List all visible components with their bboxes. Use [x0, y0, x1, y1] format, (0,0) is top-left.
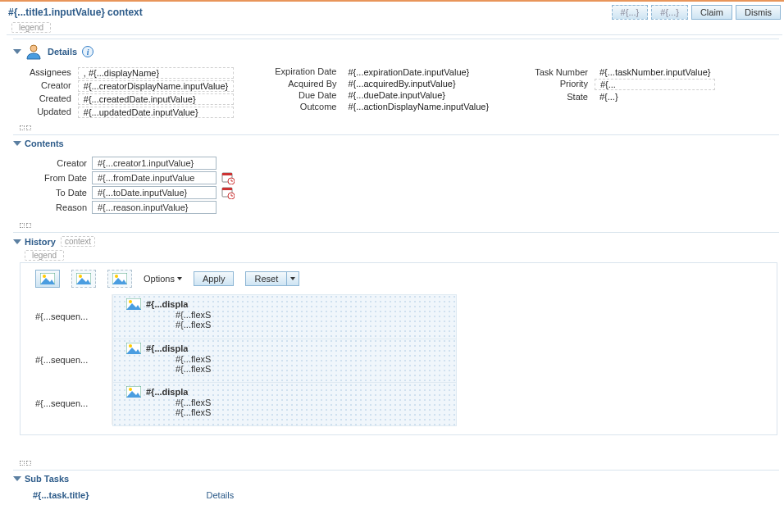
- history-panel: History context legend Options Apply Res…: [13, 232, 779, 435]
- priority-label: Priority: [535, 79, 588, 90]
- sequence-column: #{...sequen... #{...sequen... #{...seque…: [30, 294, 112, 426]
- state-label: State: [535, 92, 588, 102]
- apply-button[interactable]: Apply: [194, 271, 235, 286]
- svg-point-10: [79, 275, 82, 278]
- expiration-value: #{...expirationDate.inputValue}: [344, 67, 495, 77]
- subtask-row: #{...task.title} Details: [13, 489, 779, 500]
- collapse-icon[interactable]: [13, 239, 21, 244]
- svg-rect-5: [222, 188, 232, 190]
- claim-button[interactable]: Claim: [691, 5, 732, 20]
- details-panel: Details i Assignees , #{...displayName} …: [13, 39, 779, 123]
- contents-panel: Contents Creator From Date To Date Reaso…: [13, 134, 779, 221]
- fromdate-input[interactable]: [92, 171, 217, 184]
- sequence-cell: #{...sequen...: [30, 294, 112, 338]
- dismiss-button[interactable]: Dismis: [736, 5, 781, 20]
- tasknumber-value: #{...taskNumber.inputValue}: [595, 67, 716, 77]
- creator-label: Creator: [30, 80, 71, 92]
- svg-point-0: [30, 45, 37, 52]
- reset-button[interactable]: Reset: [245, 271, 286, 286]
- sequence-cell: #{...sequen...: [30, 338, 112, 381]
- contents-title: Contents: [25, 139, 64, 148]
- ghost-button-1[interactable]: #{...}: [612, 5, 649, 20]
- state-value: #{...}: [595, 92, 716, 102]
- history-header[interactable]: History context: [13, 233, 779, 248]
- svg-point-8: [43, 275, 46, 278]
- assignees-value: , #{...displayName}: [78, 67, 235, 79]
- fromdate-field-label: From Date: [30, 173, 87, 183]
- assignees-label: Assignees: [30, 67, 71, 79]
- details-link[interactable]: Details: [207, 490, 235, 500]
- history-body: #{...sequen... #{...sequen... #{...seque…: [21, 294, 777, 434]
- flex-line-2: #{...flexS: [126, 407, 266, 417]
- separator-2: [20, 222, 779, 229]
- picture-icon: [126, 386, 141, 398]
- flex-line-2: #{...flexS: [126, 364, 266, 374]
- details-title: Details: [48, 47, 77, 57]
- display-title: #{...displa: [146, 299, 188, 309]
- view-image-button-1[interactable]: [35, 270, 60, 288]
- task-title[interactable]: #{...task.title}: [33, 490, 89, 500]
- creator-input[interactable]: [92, 157, 217, 170]
- created-value: #{...createdDate.inputValue}: [78, 93, 235, 105]
- duedate-label: Due Date: [275, 90, 336, 100]
- header-bar: #{...title1.inputValue} context #{...} #…: [0, 2, 784, 20]
- svg-point-14: [129, 300, 132, 303]
- updated-value: #{...updatedDate.inputValue}: [78, 107, 235, 118]
- creator-field-label: Creator: [30, 158, 87, 168]
- chevron-down-icon: [290, 277, 295, 280]
- context-tag: context: [107, 7, 143, 18]
- separator-3: [20, 460, 779, 466]
- svg-rect-2: [222, 173, 232, 175]
- date-picker-icon[interactable]: [221, 171, 235, 184]
- date-picker-icon[interactable]: [221, 186, 235, 199]
- subtasks-panel: Sub Tasks #{...task.title} Details: [13, 470, 779, 500]
- options-label: Options: [144, 274, 175, 284]
- display-row: #{...displa #{...flexS #{...flexS: [113, 339, 456, 382]
- todate-field-label: To Date: [30, 188, 87, 198]
- flex-line-1: #{...flexS: [126, 354, 266, 364]
- contents-header[interactable]: Contents: [13, 135, 779, 153]
- flex-line-1: #{...flexS: [126, 310, 266, 320]
- expiration-label: Expiration Date: [275, 67, 336, 77]
- page-title: #{...title1.inputValue}: [8, 7, 105, 18]
- acquiredby-value: #{...acquiredBy.inputValue}: [344, 79, 495, 89]
- separator-1: [20, 125, 779, 131]
- picture-icon: [76, 273, 91, 284]
- svg-point-16: [129, 344, 132, 348]
- history-legend-tab: legend: [25, 250, 64, 261]
- todate-input[interactable]: [92, 186, 217, 199]
- collapse-icon[interactable]: [13, 141, 21, 146]
- collapse-icon[interactable]: [13, 49, 21, 54]
- display-title: #{...displa: [146, 387, 188, 397]
- contents-body: Creator From Date To Date Reason: [13, 153, 779, 221]
- creator-value: #{...creatorDisplayName.inputValue}: [78, 80, 235, 92]
- collapse-icon[interactable]: [13, 476, 21, 481]
- updated-label: Updated: [30, 107, 71, 118]
- chevron-down-icon: [177, 277, 182, 280]
- history-toolbar: Options Apply Reset: [21, 263, 777, 294]
- display-title: #{...displa: [146, 343, 188, 353]
- details-header[interactable]: Details i: [13, 39, 779, 66]
- ghost-button-2[interactable]: #{...}: [651, 5, 688, 20]
- picture-icon: [40, 273, 55, 284]
- display-row: #{...displa #{...flexS #{...flexS: [113, 295, 456, 339]
- view-image-button-3[interactable]: [107, 270, 132, 288]
- subtasks-title: Sub Tasks: [25, 474, 69, 484]
- picture-icon: [112, 273, 127, 284]
- reset-dropdown[interactable]: [286, 271, 299, 286]
- reset-split-button[interactable]: Reset: [245, 271, 299, 286]
- display-row: #{...displa #{...flexS #{...flexS: [113, 382, 456, 425]
- subtasks-header[interactable]: Sub Tasks: [13, 471, 779, 489]
- header-buttons: #{...} #{...} Claim Dismis: [612, 5, 781, 20]
- view-image-button-2[interactable]: [71, 270, 96, 288]
- reason-input[interactable]: [92, 201, 217, 214]
- flex-line-1: #{...flexS: [126, 398, 266, 407]
- outcome-label: Outcome: [275, 102, 336, 111]
- context-tag: context: [61, 236, 95, 247]
- info-icon[interactable]: i: [82, 46, 93, 57]
- acquiredby-label: Acquired By: [275, 79, 336, 89]
- priority-value: #{...: [595, 79, 716, 90]
- options-menu[interactable]: Options: [144, 274, 182, 284]
- flex-line-2: #{...flexS: [126, 320, 266, 330]
- reason-field-label: Reason: [30, 202, 87, 212]
